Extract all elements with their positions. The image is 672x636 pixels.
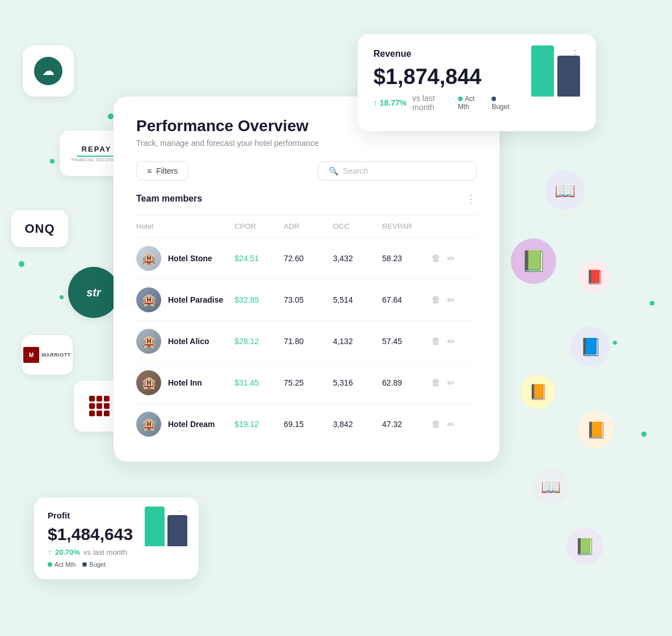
- table-header: Team members ⋮: [136, 192, 477, 215]
- edit-icon[interactable]: ✏: [447, 419, 455, 430]
- search-icon: 🔍: [329, 166, 338, 175]
- filter-label: Filters: [156, 166, 178, 175]
- hotel-revpar: 47.32: [382, 420, 431, 429]
- marriott-badge: M MARRIOTT: [22, 335, 73, 375]
- revenue-change-label: vs last month: [412, 94, 452, 112]
- revenue-arrow-up: ↑: [373, 98, 377, 107]
- hotel-avatar: 🏨: [136, 412, 161, 437]
- book-icon-5: 📙: [521, 375, 555, 409]
- delete-icon[interactable]: 🗑: [431, 378, 440, 388]
- delete-icon[interactable]: 🗑: [431, 253, 440, 263]
- hotel-occ: 5,514: [333, 295, 383, 304]
- hotel-revpar: 67.64: [382, 295, 431, 304]
- edit-icon[interactable]: ✏: [447, 378, 455, 388]
- hotel-name: Hotel Dream: [168, 420, 215, 429]
- hotel-occ: 3,842: [333, 420, 383, 429]
- hotel-name-cell: 🏨 Hotel Dream: [136, 412, 234, 437]
- column-headers: Hotel CPOR ADR OCC REVPAR: [136, 215, 477, 238]
- hotel-cpor: $32.85: [234, 295, 284, 304]
- table-row: 🏨 Hotel Inn $31.45 75.25 5,316 62.89 🗑 ✏: [136, 362, 477, 404]
- hotel-name-cell: 🏨 Hotel Alico: [136, 329, 234, 354]
- cloud-badge: ☁: [23, 45, 74, 97]
- col-occ: OCC: [333, 222, 383, 231]
- book-icon-2: 📗: [511, 238, 556, 284]
- revenue-legend: Act Mth Buget: [458, 95, 512, 111]
- str-logo: str: [86, 286, 101, 299]
- profit-bar-act: [145, 507, 165, 546]
- hotel-revpar: 57.45: [382, 337, 431, 346]
- table-menu-button[interactable]: ⋮: [465, 192, 477, 206]
- delete-icon[interactable]: 🗑: [431, 336, 440, 346]
- book-icon-3: 📕: [579, 261, 610, 292]
- row-actions: 🗑 ✏: [431, 419, 477, 430]
- hotel-name: Hotel Alico: [168, 337, 209, 346]
- edit-icon[interactable]: ✏: [447, 253, 455, 264]
- page-subtitle: Track, manage and forecast your hotel pe…: [136, 139, 477, 148]
- table-title: Team members: [136, 194, 202, 204]
- profit-title: Profit: [48, 511, 70, 520]
- delete-icon[interactable]: 🗑: [431, 295, 440, 305]
- col-actions: [431, 222, 477, 231]
- profit-arrow-up: ↑: [48, 547, 52, 556]
- profit-card: Profit ⋮ $1,484,643 ↑ 20.70% vs last mon…: [34, 497, 199, 579]
- table-row: 🏨 Hotel Paradise $32.85 73.05 5,514 67.6…: [136, 279, 477, 321]
- hotel-name-cell: 🏨 Hotel Stone: [136, 246, 234, 271]
- hotel-occ: 3,432: [333, 254, 383, 263]
- hotel-revpar: 58.23: [382, 254, 431, 263]
- revenue-amount: $1,874,844: [373, 65, 512, 89]
- profit-bar-bud: [167, 515, 187, 546]
- hotel-cpor: $31.45: [234, 378, 284, 387]
- toolbar: ≡ Filters 🔍 Search: [136, 161, 477, 181]
- revenue-title: Revenue: [373, 49, 411, 59]
- dot-6: [613, 341, 617, 345]
- table-row: 🏨 Hotel Stone $24.51 72.60 3,432 58.23 🗑…: [136, 238, 477, 279]
- hotel-name: Hotel Inn: [168, 378, 202, 387]
- hotel-name: Hotel Stone: [168, 254, 212, 263]
- main-card: Performance Overview Track, manage and f…: [114, 97, 499, 462]
- row-actions: 🗑 ✏: [431, 378, 477, 388]
- search-box[interactable]: 🔍 Search: [318, 161, 477, 181]
- filter-button[interactable]: ≡ Filters: [136, 161, 188, 181]
- book-icon-8: 📗: [566, 528, 603, 565]
- hotel-adr: 69.15: [284, 420, 333, 429]
- hotel-adr: 71.80: [284, 337, 333, 346]
- dot-3: [19, 261, 24, 267]
- book-icon-4: 📘: [570, 327, 610, 366]
- filter-icon: ≡: [147, 166, 152, 175]
- dot-1: [108, 114, 114, 119]
- book-icon-1: 📖: [545, 170, 585, 210]
- row-actions: 🗑 ✏: [431, 336, 477, 347]
- edit-icon[interactable]: ✏: [447, 336, 455, 347]
- onq-badge: ONQ: [11, 210, 68, 247]
- hotel-occ: 5,316: [333, 378, 383, 387]
- revenue-chart: [531, 45, 580, 97]
- hotel-cpor: $28.12: [234, 337, 284, 346]
- revenue-bar-bud: [557, 56, 580, 97]
- book-icon-7: 📖: [532, 468, 569, 505]
- dot-5: [650, 301, 654, 306]
- row-actions: 🗑 ✏: [431, 253, 477, 264]
- onq-logo: ONQ: [24, 221, 54, 236]
- hotel-name: Hotel Paradise: [168, 295, 223, 304]
- profit-amount: $1,484,643: [48, 525, 134, 544]
- dot-8: [641, 432, 646, 437]
- row-actions: 🗑 ✏: [431, 295, 477, 306]
- dot-4: [60, 295, 64, 299]
- table-row: 🏨 Hotel Dream $19.12 69.15 3,842 47.32 🗑…: [136, 404, 477, 445]
- dot-2: [50, 159, 54, 164]
- book-icon-6: 📙: [578, 412, 615, 449]
- revenue-card: Revenue ⋮ $1,874,844 ↑ 18.77% vs last mo…: [358, 34, 596, 131]
- hotel-revpar: 62.89: [382, 378, 431, 387]
- delete-icon[interactable]: 🗑: [431, 419, 440, 429]
- hotel-adr: 75.25: [284, 378, 333, 387]
- hotel-occ: 4,132: [333, 337, 383, 346]
- hotel-cpor: $24.51: [234, 254, 284, 263]
- edit-icon[interactable]: ✏: [447, 295, 455, 306]
- hotel-cpor: $19.12: [234, 420, 284, 429]
- profit-change-label: vs last month: [83, 548, 127, 556]
- hotel-name-cell: 🏨 Hotel Inn: [136, 370, 234, 395]
- revenue-change-pct: 18.77%: [380, 98, 406, 107]
- hotel-avatar: 🏨: [136, 287, 161, 312]
- table-row: 🏨 Hotel Alico $28.12 71.80 4,132 57.45 🗑…: [136, 321, 477, 362]
- col-adr: ADR: [284, 222, 333, 231]
